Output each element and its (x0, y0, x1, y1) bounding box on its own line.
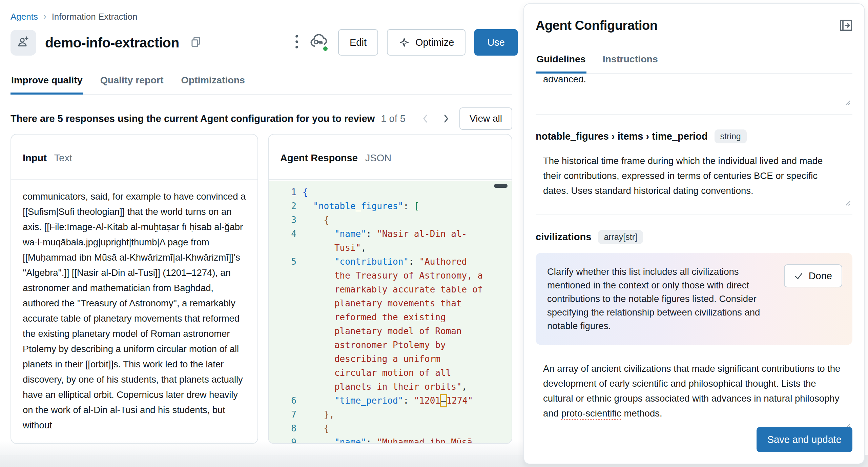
guideline-textarea-text: advanced. (543, 77, 852, 87)
breadcrumb-agents-link[interactable]: Agents (11, 12, 38, 22)
field-civilizations-type-badge: array[str] (598, 230, 643, 244)
edit-button-label: Edit (350, 37, 367, 48)
breadcrumb: Agents › Information Extraction (11, 12, 138, 22)
review-message: There are 5 responses using the current … (11, 113, 375, 124)
field-time-period-header: notable_figures › items › time_period st… (536, 129, 852, 143)
app-window: Agents › Information Extraction demo-inf… (0, 0, 868, 467)
use-button-label: Use (487, 37, 505, 48)
code-line: 5"contribution": "Authored the Treasury … (269, 255, 503, 394)
spellcheck-underlined-word: proto-scientific (561, 408, 621, 419)
next-page-button[interactable] (442, 113, 450, 124)
section-divider (536, 114, 852, 115)
agent-sparkle-person-icon (16, 35, 30, 50)
code-line: 1{ (269, 185, 503, 199)
save-and-update-button[interactable]: Save and update (757, 427, 852, 452)
copy-icon (189, 36, 202, 50)
input-format-label: Text (54, 153, 72, 164)
description-text: methods. (621, 408, 662, 419)
response-panel: Agent Response JSON 1{2"notable_figures"… (268, 134, 512, 444)
collapse-panel-icon (838, 28, 854, 34)
page-title: demo-info-extraction (45, 35, 179, 51)
more-menu-button[interactable] (294, 33, 299, 52)
tab-optimizations[interactable]: Optimizations (181, 72, 246, 94)
review-pager (421, 113, 450, 124)
breadcrumb-current: Information Extraction (52, 12, 138, 22)
tab-quality-report[interactable]: Quality report (100, 72, 164, 94)
review-banner: There are 5 responses using the current … (11, 107, 512, 130)
suggestion-text: Clarify whether this list includes all c… (547, 265, 766, 333)
code-line: 4"name": "Nasir al-Din al-Tusi", (269, 227, 503, 255)
review-counter: 1 of 5 (381, 113, 406, 124)
tab-improve-quality[interactable]: Improve quality (11, 72, 83, 94)
config-scroll-area: advanced. notable_figures › items › time… (536, 77, 852, 464)
edit-button[interactable]: Edit (338, 29, 378, 56)
suggestion-card: Clarify whether this list includes all c… (536, 253, 852, 345)
code-line: 6"time_period": "1201–1274" (269, 394, 503, 408)
credentials-status-button[interactable] (308, 32, 329, 53)
copy-title-button[interactable] (189, 36, 202, 50)
use-button[interactable]: Use (474, 29, 518, 56)
json-code-area: 1{2"notable_figures": [3{4"name": "Nasir… (269, 181, 512, 443)
code-line: 3{ (269, 213, 503, 227)
check-icon (794, 271, 803, 281)
kebab-menu-icon (294, 33, 299, 52)
field-civilizations-description[interactable]: An array of ancient civilizations that m… (536, 361, 842, 421)
field-time-period-path: notable_figures › items › time_period (536, 131, 708, 142)
main-tabs: Improve quality Quality report Optimizat… (11, 72, 512, 95)
field-civilizations-path: civilizations (536, 231, 591, 243)
code-scrollbar-thumb[interactable] (494, 184, 508, 188)
resize-handle-icon[interactable] (844, 98, 851, 106)
resize-handle-icon[interactable] (844, 199, 851, 207)
input-panel-header: Input Text (11, 135, 257, 180)
code-line: 8{ (269, 422, 503, 435)
optimize-button[interactable]: Optimize (387, 29, 466, 56)
view-all-button[interactable]: View all (459, 107, 512, 130)
tab-instructions[interactable]: Instructions (602, 51, 659, 73)
done-button[interactable]: Done (784, 264, 842, 287)
field-time-period-description[interactable]: The historical time frame during which t… (536, 154, 842, 198)
config-tabs: Guidelines Instructions (536, 51, 852, 74)
response-format-label: JSON (365, 153, 391, 164)
header-actions: Edit Optimize Use (294, 29, 518, 56)
field-time-period-type-badge: string (715, 129, 747, 143)
optimize-button-label: Optimize (415, 37, 454, 48)
code-line: 9"name": "Muḥammad ibn Mūsā al-Khwārizmī… (269, 435, 503, 444)
input-text-content: communicators, said, for example to have… (11, 180, 257, 442)
code-line: 7}, (269, 408, 503, 422)
input-panel: Input Text communicators, said, for exam… (11, 134, 258, 444)
collapse-panel-button[interactable] (838, 18, 854, 35)
config-panel-title: Agent Configuration (536, 18, 658, 33)
guideline-textarea-clipped[interactable]: advanced. (536, 77, 852, 98)
input-panel-title: Input (23, 153, 47, 164)
sparkle-icon (398, 37, 410, 48)
code-line: 2"notable_figures": [ (269, 199, 503, 213)
title-row: demo-info-extraction (11, 30, 202, 56)
field-civilizations-header: civilizations array[str] (536, 230, 852, 244)
tab-guidelines[interactable]: Guidelines (536, 51, 586, 73)
done-button-label: Done (809, 270, 832, 282)
agent-avatar (11, 30, 36, 56)
section-divider (536, 215, 852, 215)
breadcrumb-chevron-icon: › (43, 11, 46, 22)
response-panel-header: Agent Response JSON (269, 135, 512, 180)
status-green-dot (322, 45, 329, 52)
json-code: 1{2"notable_figures": [3{4"name": "Nasir… (269, 181, 512, 444)
agent-configuration-panel: Agent Configuration Guidelines Instructi… (523, 3, 865, 464)
response-panel-title: Agent Response (280, 153, 358, 164)
prev-page-button[interactable] (421, 113, 429, 124)
